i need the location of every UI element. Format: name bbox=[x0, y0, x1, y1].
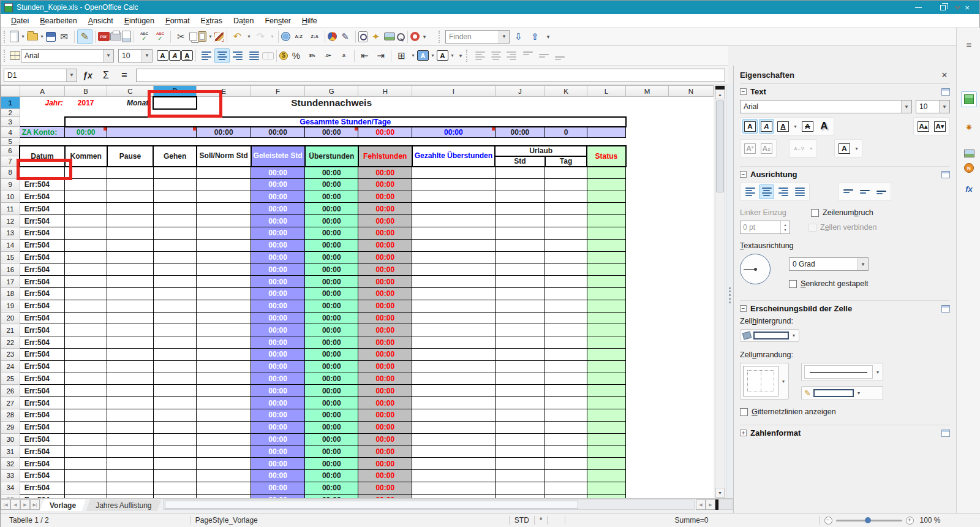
cell-N28[interactable] bbox=[668, 409, 713, 421]
cell-G11[interactable]: 00:00 bbox=[305, 203, 358, 215]
add-decimal-place-icon[interactable]: .0+ bbox=[320, 48, 336, 63]
cell-N32[interactable] bbox=[668, 458, 713, 470]
cell-B13[interactable] bbox=[65, 227, 107, 239]
cell-C29[interactable] bbox=[107, 421, 154, 433]
cell-G16[interactable]: 00:00 bbox=[305, 264, 358, 276]
cell-F31[interactable]: 00:00 bbox=[251, 445, 305, 458]
row-header-16[interactable]: 16 bbox=[1, 264, 20, 276]
cell-L30[interactable] bbox=[587, 433, 625, 445]
cell-A11[interactable]: Err:504 bbox=[20, 203, 65, 215]
cell-H10[interactable]: 00:00 bbox=[358, 191, 412, 203]
sidebar-align-justify-button[interactable] bbox=[792, 184, 807, 199]
cell-L17[interactable] bbox=[587, 276, 625, 288]
cell-D10[interactable] bbox=[153, 191, 196, 203]
cell-H13[interactable]: 00:00 bbox=[358, 227, 412, 239]
cell-I17[interactable] bbox=[412, 276, 495, 288]
cell-E22[interactable] bbox=[197, 336, 251, 349]
sidebar-font-color-button[interactable]: A bbox=[837, 141, 852, 156]
cell-D5[interactable] bbox=[153, 138, 196, 146]
cell-I30[interactable] bbox=[412, 433, 495, 445]
align-left-icon[interactable] bbox=[198, 48, 214, 63]
find-previous-icon[interactable]: ⇧ bbox=[527, 29, 543, 44]
cell-K17[interactable] bbox=[545, 276, 587, 288]
cell-L11[interactable] bbox=[587, 203, 625, 215]
last-sheet-button[interactable]: ▶| bbox=[30, 499, 40, 510]
cell-H20[interactable]: 00:00 bbox=[358, 312, 412, 324]
font-name-combobox[interactable]: Arial▼ bbox=[21, 49, 114, 63]
cell-C33[interactable] bbox=[107, 469, 154, 482]
cell-I12[interactable] bbox=[412, 215, 495, 227]
cell-H9[interactable]: 00:00 bbox=[358, 178, 412, 191]
cell-L18[interactable] bbox=[587, 287, 625, 300]
cell-H19[interactable]: 00:00 bbox=[358, 300, 412, 312]
sidebar-align-center-button[interactable] bbox=[759, 184, 774, 199]
increase-font-button[interactable]: A▴ bbox=[916, 119, 931, 134]
cell-F10[interactable]: 00:00 bbox=[251, 191, 305, 203]
row-header-34[interactable]: 34 bbox=[1, 482, 20, 494]
minimize-button[interactable] bbox=[906, 1, 930, 14]
cell-I29[interactable] bbox=[412, 421, 495, 433]
cell-H4[interactable]: 00:00 bbox=[358, 127, 412, 138]
formula-input[interactable] bbox=[136, 69, 725, 82]
cell-L22[interactable] bbox=[587, 336, 625, 349]
align-middle-button[interactable] bbox=[857, 184, 872, 199]
cell-I9[interactable] bbox=[412, 178, 495, 191]
cell-C16[interactable] bbox=[107, 264, 154, 276]
cell-D16[interactable] bbox=[153, 264, 196, 276]
menu-fenster[interactable]: Fenster bbox=[259, 15, 296, 26]
collapse-icon[interactable]: − bbox=[740, 171, 747, 178]
cell-C8[interactable] bbox=[107, 167, 154, 179]
cell-H12[interactable]: 00:00 bbox=[358, 215, 412, 227]
cell-A3[interactable] bbox=[20, 117, 65, 127]
cell-E16[interactable] bbox=[197, 264, 251, 276]
cell-A34[interactable]: Err:504 bbox=[20, 482, 65, 494]
cell-C11[interactable] bbox=[107, 203, 154, 215]
cell-F20[interactable]: 00:00 bbox=[251, 312, 305, 324]
left-indent-stepper[interactable]: 0 pt ▲▼ bbox=[740, 221, 790, 234]
cell-K5[interactable] bbox=[545, 138, 587, 146]
cell-M9[interactable] bbox=[626, 178, 669, 191]
rotation-dial[interactable] bbox=[740, 254, 771, 284]
cell-J13[interactable] bbox=[495, 227, 545, 239]
sidebar-underline-button[interactable]: A bbox=[775, 119, 791, 134]
row-header-2[interactable]: 2 bbox=[1, 109, 20, 117]
cell-E35[interactable] bbox=[197, 494, 251, 498]
row-header-13[interactable]: 13 bbox=[1, 227, 20, 239]
cell-N30[interactable] bbox=[668, 433, 713, 445]
cell-M32[interactable] bbox=[626, 458, 669, 470]
cell-J9[interactable] bbox=[495, 178, 545, 191]
cell-N12[interactable] bbox=[668, 215, 713, 227]
gallery-icon[interactable] bbox=[384, 32, 395, 40]
cell-M7[interactable] bbox=[626, 156, 669, 167]
cell-D35[interactable] bbox=[153, 494, 196, 498]
cell-A15[interactable]: Err:504 bbox=[20, 251, 65, 264]
cell-J16[interactable] bbox=[495, 264, 545, 276]
hyperlink-icon[interactable] bbox=[281, 32, 290, 41]
cell-B22[interactable] bbox=[65, 336, 107, 349]
sidebar-font-name[interactable]: Arial▼ bbox=[740, 100, 912, 113]
cell-D24[interactable] bbox=[153, 360, 196, 373]
cell-F21[interactable]: 00:00 bbox=[251, 324, 305, 336]
row-header-12[interactable]: 12 bbox=[1, 215, 20, 227]
show-gridlines-checkbox[interactable] bbox=[740, 408, 748, 416]
cell-A27[interactable]: Err:504 bbox=[20, 397, 65, 409]
cell-B32[interactable] bbox=[65, 458, 107, 470]
cell-L29[interactable] bbox=[587, 421, 625, 433]
cell-C22[interactable] bbox=[107, 336, 154, 349]
cell-L26[interactable] bbox=[587, 385, 625, 397]
cell-F33[interactable]: 00:00 bbox=[251, 469, 305, 482]
cell-J21[interactable] bbox=[495, 324, 545, 336]
align-justify-icon[interactable] bbox=[246, 48, 262, 63]
cell-L2[interactable] bbox=[587, 109, 625, 117]
borders-dropdown-icon[interactable]: ▾ bbox=[410, 48, 417, 63]
cell-D22[interactable] bbox=[153, 336, 196, 349]
find-toolbar-overflow-icon[interactable]: ▾ bbox=[544, 29, 552, 44]
cell-I32[interactable] bbox=[412, 458, 495, 470]
cell-N14[interactable] bbox=[668, 239, 713, 251]
cell-M25[interactable] bbox=[626, 373, 669, 385]
find-next-icon[interactable]: ⇩ bbox=[511, 29, 526, 44]
cell-E31[interactable] bbox=[197, 445, 251, 458]
cell-G12[interactable]: 00:00 bbox=[305, 215, 358, 227]
wrap-text-checkbox[interactable] bbox=[811, 209, 819, 217]
cell-D18[interactable] bbox=[153, 287, 196, 300]
